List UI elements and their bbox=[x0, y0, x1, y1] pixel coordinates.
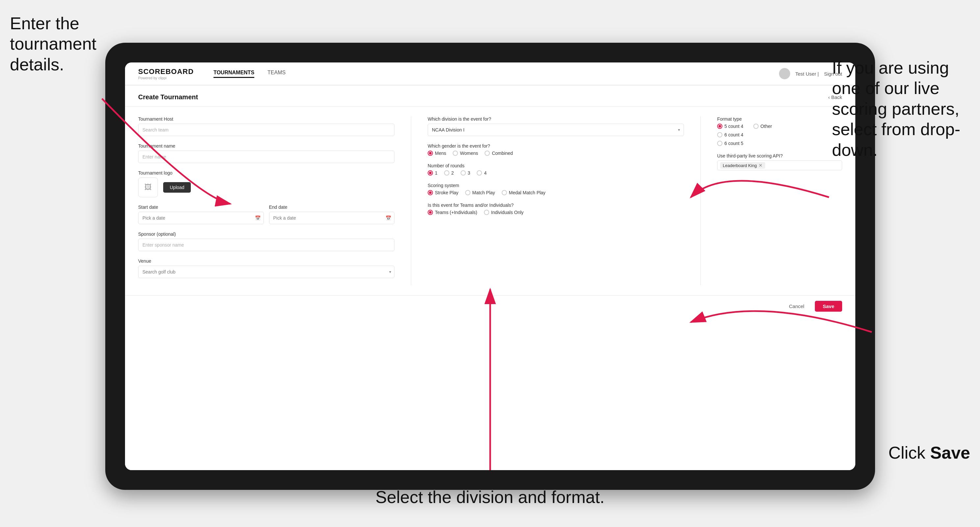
division-label: Which division is the event for? bbox=[428, 116, 684, 122]
annotation-bottom-right: Click Save bbox=[888, 443, 970, 463]
format-group: Format type 5 count 4 6 count 4 bbox=[717, 116, 842, 146]
format-5count4-label: 5 count 4 bbox=[724, 124, 743, 129]
tablet-frame: SCOREBOARD Powered by clippi TOURNAMENTS… bbox=[105, 43, 875, 490]
teams-radio-group: Teams (+Individuals) Individuals Only bbox=[428, 210, 684, 215]
col-divider-1 bbox=[411, 116, 411, 285]
teams-plus-label: Teams (+Individuals) bbox=[435, 210, 477, 215]
start-date-input[interactable] bbox=[138, 212, 264, 224]
sponsor-input[interactable] bbox=[138, 239, 395, 251]
venue-select-wrapper: ▾ bbox=[138, 266, 395, 278]
brand-title: SCOREBOARD bbox=[138, 67, 194, 76]
radio-6count4-circle bbox=[717, 132, 722, 137]
form-body: Tournament Host Tournament name Tourname… bbox=[125, 106, 855, 295]
format-options-right: Other bbox=[753, 124, 772, 146]
logo-label: Tournament logo bbox=[138, 170, 395, 176]
radio-round2-circle bbox=[444, 170, 449, 176]
brand: SCOREBOARD Powered by clippi bbox=[138, 67, 194, 80]
nav-tournaments[interactable]: TOURNAMENTS bbox=[213, 70, 254, 78]
radio-medal-circle bbox=[502, 190, 507, 195]
scoring-stroke[interactable]: Stroke Play bbox=[428, 190, 458, 195]
format-6count4-label: 6 count 4 bbox=[724, 132, 743, 137]
gender-mens[interactable]: Mens bbox=[428, 151, 446, 156]
save-button[interactable]: Save bbox=[815, 301, 842, 312]
nav-teams[interactable]: TEAMS bbox=[267, 70, 286, 78]
radio-6count5-circle bbox=[717, 141, 722, 146]
gender-radio-group: Mens Womens Combined bbox=[428, 151, 684, 156]
format-other[interactable]: Other bbox=[753, 124, 772, 129]
division-select-wrapper: NCAA Division I ▾ bbox=[428, 124, 684, 136]
round-1-label: 1 bbox=[435, 170, 438, 176]
format-6count5-label: 6 count 5 bbox=[724, 141, 743, 146]
form-footer: Cancel Save bbox=[125, 295, 855, 317]
radio-round4-circle bbox=[477, 170, 482, 176]
chevron-down-icon: ▾ bbox=[389, 270, 391, 274]
navbar-links: TOURNAMENTS TEAMS bbox=[213, 70, 779, 78]
individuals-only[interactable]: Individuals Only bbox=[484, 210, 524, 215]
api-input[interactable] bbox=[765, 163, 839, 168]
name-group: Tournament name bbox=[138, 143, 395, 163]
radio-other-circle bbox=[753, 124, 759, 129]
scoring-radio-group: Stroke Play Match Play Medal Match Play bbox=[428, 190, 684, 195]
radio-stroke-circle bbox=[428, 190, 433, 195]
api-tag: Leaderboard King ✕ bbox=[720, 162, 765, 169]
teams-plus[interactable]: Teams (+Individuals) bbox=[428, 210, 477, 215]
host-label: Tournament Host bbox=[138, 116, 395, 122]
individuals-only-label: Individuals Only bbox=[491, 210, 524, 215]
api-input-wrapper[interactable]: Leaderboard King ✕ bbox=[717, 160, 842, 170]
round-3[interactable]: 3 bbox=[461, 170, 471, 176]
teams-group: Is this event for Teams and/or Individua… bbox=[428, 203, 684, 215]
sponsor-group: Sponsor (optional) bbox=[138, 232, 395, 251]
start-date-wrapper: 📅 bbox=[138, 212, 264, 224]
rounds-radio-group: 1 2 3 4 bbox=[428, 170, 684, 176]
radio-individuals-circle bbox=[484, 210, 489, 215]
scoring-medal[interactable]: Medal Match Play bbox=[502, 190, 546, 195]
scoring-label: Scoring system bbox=[428, 183, 684, 188]
logo-row: 🖼 Upload bbox=[138, 178, 395, 197]
gender-label: Which gender is the event for? bbox=[428, 143, 684, 149]
format-options-row: 5 count 4 6 count 4 6 count 5 bbox=[717, 124, 842, 146]
format-5count4[interactable]: 5 count 4 bbox=[717, 124, 743, 129]
api-tag-value: Leaderboard King bbox=[723, 163, 757, 168]
round-4[interactable]: 4 bbox=[477, 170, 487, 176]
gender-combined-label: Combined bbox=[492, 151, 513, 156]
radio-teams-circle bbox=[428, 210, 433, 215]
date-row: Start date 📅 End date 📅 bbox=[138, 205, 395, 224]
end-date-input[interactable] bbox=[269, 212, 395, 224]
division-select[interactable]: NCAA Division I bbox=[428, 124, 684, 136]
host-input[interactable] bbox=[138, 124, 395, 136]
name-input[interactable] bbox=[138, 151, 395, 163]
radio-match-circle bbox=[465, 190, 471, 195]
scoring-match[interactable]: Match Play bbox=[465, 190, 495, 195]
navbar: SCOREBOARD Powered by clippi TOURNAMENTS… bbox=[125, 62, 855, 86]
api-tag-close-icon[interactable]: ✕ bbox=[759, 163, 762, 168]
round-4-label: 4 bbox=[484, 170, 487, 176]
round-2[interactable]: 2 bbox=[444, 170, 454, 176]
venue-group: Venue ▾ bbox=[138, 259, 395, 278]
format-6count4[interactable]: 6 count 4 bbox=[717, 132, 743, 137]
radio-mens-circle bbox=[428, 151, 433, 156]
format-6count5[interactable]: 6 count 5 bbox=[717, 141, 743, 146]
radio-combined-circle bbox=[485, 151, 490, 156]
radio-round1-circle bbox=[428, 170, 433, 176]
cancel-button[interactable]: Cancel bbox=[782, 301, 811, 312]
round-1[interactable]: 1 bbox=[428, 170, 438, 176]
format-options-left: 5 count 4 6 count 4 6 count 5 bbox=[717, 124, 743, 146]
venue-input[interactable] bbox=[138, 266, 395, 278]
api-group: Use third-party live scoring API? Leader… bbox=[717, 153, 842, 170]
annotation-top-left: Enter the tournament details. bbox=[10, 13, 125, 75]
gender-group: Which gender is the event for? Mens Wome… bbox=[428, 143, 684, 156]
upload-button[interactable]: Upload bbox=[163, 182, 191, 193]
annotation-top-right: If you are using one of our live scoring… bbox=[832, 57, 970, 160]
page-title: Create Tournament bbox=[138, 94, 198, 101]
format-label: Format type bbox=[717, 116, 842, 122]
form-left-col: Tournament Host Tournament name Tourname… bbox=[138, 116, 395, 285]
radio-womens-circle bbox=[453, 151, 458, 156]
gender-combined[interactable]: Combined bbox=[485, 151, 513, 156]
format-other-label: Other bbox=[760, 124, 772, 129]
teams-label: Is this event for Teams and/or Individua… bbox=[428, 203, 684, 208]
gender-mens-label: Mens bbox=[435, 151, 446, 156]
end-date-wrapper: 📅 bbox=[269, 212, 395, 224]
logo-placeholder: 🖼 bbox=[138, 178, 158, 197]
host-group: Tournament Host bbox=[138, 116, 395, 136]
gender-womens[interactable]: Womens bbox=[453, 151, 478, 156]
